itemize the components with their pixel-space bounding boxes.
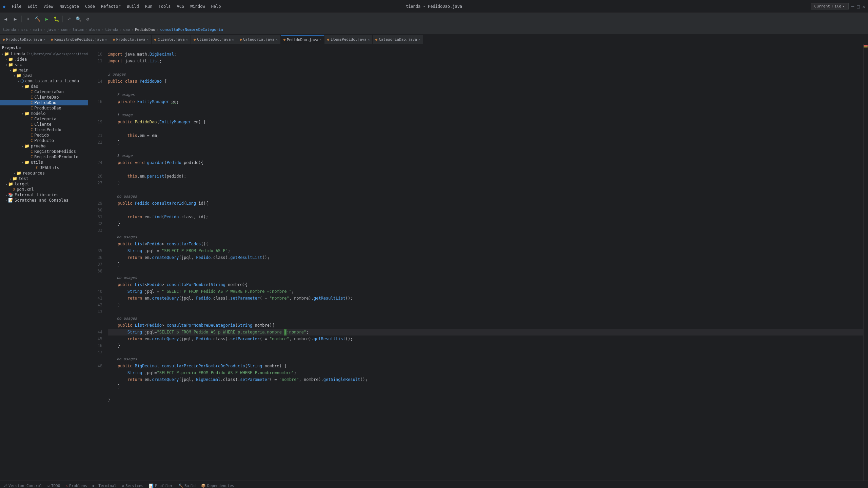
- toolbar-search-button[interactable]: 🔍: [74, 15, 83, 23]
- code-line: public class PedidoDao {: [108, 78, 863, 85]
- tab-Cliente[interactable]: Cliente.java ✕: [152, 35, 191, 44]
- sidebar-item-dao[interactable]: ▾ 📁 dao: [0, 84, 88, 89]
- breadcrumb-part[interactable]: latam: [73, 27, 84, 32]
- tab-close-icon[interactable]: ✕: [147, 38, 149, 41]
- tab-close-icon[interactable]: ✕: [368, 38, 370, 41]
- sidebar-item-Cliente[interactable]: C Cliente: [0, 122, 88, 127]
- tab-ProductoDao[interactable]: ProductoDao.java ✕: [0, 35, 48, 44]
- dependencies-button[interactable]: 📦 Dependencies: [201, 484, 234, 488]
- sidebar-item-Pedido[interactable]: C Pedido: [0, 133, 88, 138]
- sidebar-item-tienda[interactable]: ▾ 📁 tienda C:\Users\zzala\workspace\tien…: [0, 51, 88, 57]
- profiler-button[interactable]: 📊 Profiler: [149, 484, 173, 488]
- version-control-button[interactable]: ⎇ Version Control: [3, 484, 42, 488]
- sidebar-item-src[interactable]: ▾ 📁 src: [0, 62, 88, 67]
- sidebar-item-CategoriaDao[interactable]: C CategoriaDao: [0, 89, 88, 95]
- current-file-button[interactable]: Current File ▾: [811, 3, 849, 9]
- menu-item-window[interactable]: Window: [188, 3, 208, 9]
- breadcrumb-part[interactable]: main: [33, 27, 42, 32]
- sidebar-item-java[interactable]: ▾ 📁 java: [0, 73, 88, 78]
- breadcrumb-part[interactable]: tienda: [3, 27, 16, 32]
- breadcrumb-part[interactable]: com: [61, 27, 67, 32]
- tab-close-icon[interactable]: ✕: [43, 38, 45, 41]
- sidebar-settings-icon[interactable]: ⚙: [19, 46, 21, 49]
- tab-CategoriaDao[interactable]: CategoriaDao.java ✕: [373, 35, 423, 44]
- code-line: return em.createQuery(jpql, Pedido.class…: [108, 254, 863, 261]
- tab-Categoria[interactable]: Categoria.java ✕: [237, 35, 281, 44]
- menu-item-navigate[interactable]: Navigate: [57, 3, 82, 9]
- tab-PedidoDao[interactable]: PedidoDao.java ✕: [281, 35, 324, 44]
- sidebar-item-external-libs[interactable]: ▸ 📚 External Libraries: [0, 192, 88, 198]
- problems-button[interactable]: ⚠ Problems: [65, 484, 87, 488]
- breadcrumb-part[interactable]: java: [47, 27, 56, 32]
- tab-ClienteDao[interactable]: ClienteDao.java ✕: [191, 35, 237, 44]
- breadcrumb-method[interactable]: consultaPorNombreDeCategoria: [160, 27, 223, 32]
- sidebar-item-JPAUtils[interactable]: C JPAUtils: [0, 165, 88, 170]
- sidebar-item-idea[interactable]: ▸ 📁 .idea: [0, 57, 88, 62]
- toolbar-git-button[interactable]: ⎇: [64, 15, 73, 23]
- menu-item-refactor[interactable]: Refactor: [98, 3, 123, 9]
- menu-item-run[interactable]: Run: [142, 3, 155, 9]
- tab-close-icon[interactable]: ✕: [418, 38, 420, 41]
- toolbar-back-button[interactable]: ◀: [1, 15, 10, 23]
- sidebar-item-resources[interactable]: ▸ 📁 resources: [0, 170, 88, 176]
- minimize-button[interactable]: ─: [851, 4, 854, 9]
- close-button[interactable]: ✕: [863, 4, 865, 9]
- sidebar-item-utils[interactable]: ▾ 📁 utils: [0, 160, 88, 165]
- menu-item-vcs[interactable]: VCS: [174, 3, 187, 9]
- build-button[interactable]: 🔨 Build: [178, 484, 196, 488]
- sidebar-item-PedidoDao[interactable]: C PedidoDao: [0, 100, 88, 105]
- sidebar-item-scratches[interactable]: ▸ 📝 Scratches and Consoles: [0, 198, 88, 203]
- menu-item-file[interactable]: File: [9, 3, 24, 9]
- code-line: }: [108, 383, 863, 390]
- sidebar-item-ProductoDao[interactable]: C ProductoDao: [0, 105, 88, 111]
- sidebar-item-modelo[interactable]: ▾ 📁 modelo: [0, 111, 88, 116]
- code-editor[interactable]: import java.math.BigDecimal; import java…: [105, 44, 863, 481]
- menu-item-help[interactable]: Help: [209, 3, 224, 9]
- menu-item-code[interactable]: Code: [82, 3, 98, 9]
- sidebar-item-RegistroDeProducto[interactable]: C RegistroDeProducto: [0, 154, 88, 160]
- breadcrumb-part[interactable]: PedidoDao: [135, 27, 155, 32]
- breadcrumb-part[interactable]: dao: [123, 27, 130, 32]
- tab-RegistroDePedidos[interactable]: RegistroDePedidos.java ✕: [48, 35, 110, 44]
- sidebar-item-main[interactable]: ▾ 📁 main: [0, 67, 88, 73]
- sidebar-item-ItemsPedido[interactable]: C ItemsPedido: [0, 127, 88, 133]
- build-icon: 🔨: [178, 484, 183, 488]
- code-line: return em.find(Pedido.class, id);: [108, 214, 863, 220]
- sidebar-item-pomxml[interactable]: X pom.xml: [0, 187, 88, 192]
- toolbar-run-button[interactable]: ▶: [42, 15, 51, 23]
- toolbar-debug-button[interactable]: 🐛: [52, 15, 61, 23]
- folder-icon: 📁: [4, 52, 9, 56]
- tab-close-icon[interactable]: ✕: [320, 38, 321, 41]
- menu-item-view[interactable]: View: [41, 3, 56, 9]
- tab-close-icon[interactable]: ✕: [232, 38, 234, 41]
- todo-button[interactable]: ☑ TODO: [47, 484, 60, 488]
- maximize-button[interactable]: □: [857, 4, 860, 9]
- terminal-button[interactable]: ▶_ Terminal: [93, 484, 116, 488]
- toolbar-forward-button[interactable]: ▶: [11, 15, 20, 23]
- tab-Producto[interactable]: Producto.java ✕: [110, 35, 152, 44]
- tab-ItemsPedido[interactable]: ItemsPedido.java ✕: [324, 35, 373, 44]
- tab-close-icon[interactable]: ✕: [276, 38, 277, 41]
- menu-item-build[interactable]: Build: [124, 3, 142, 9]
- sidebar-item-prueba[interactable]: ▾ 📁 prueba: [0, 143, 88, 149]
- toolbar-settings-button[interactable]: ⚙: [83, 15, 92, 23]
- toolbar-project-button[interactable]: ⊞: [23, 15, 32, 23]
- tab-close-icon[interactable]: ✕: [105, 38, 107, 41]
- tab-close-icon[interactable]: ✕: [186, 38, 188, 41]
- services-button[interactable]: ⚙ Services: [122, 484, 143, 488]
- sidebar-item-target[interactable]: ▸ 📁 target: [0, 181, 88, 187]
- sidebar-item-Producto[interactable]: C Producto: [0, 138, 88, 143]
- code-line: [108, 85, 863, 92]
- breadcrumb-part[interactable]: tienda: [105, 27, 118, 32]
- breadcrumb-part[interactable]: alura: [88, 27, 100, 32]
- menu-item-edit[interactable]: Edit: [25, 3, 40, 9]
- sidebar-item-test[interactable]: ▸ 📁 test: [0, 176, 88, 181]
- sidebar-item-package[interactable]: ▾ ⬡ com.latam.alura.tienda: [0, 78, 88, 84]
- java-file-icon: C: [31, 117, 33, 121]
- sidebar-item-RegistroDePedidos[interactable]: C RegistroDePedidos: [0, 149, 88, 154]
- breadcrumb-part[interactable]: src: [21, 27, 28, 32]
- sidebar-item-Categoria[interactable]: C Categoria: [0, 116, 88, 122]
- menu-item-tools[interactable]: Tools: [156, 3, 173, 9]
- sidebar-item-ClienteDao[interactable]: C ClienteDao: [0, 95, 88, 100]
- toolbar-build-button[interactable]: 🔨: [33, 15, 42, 23]
